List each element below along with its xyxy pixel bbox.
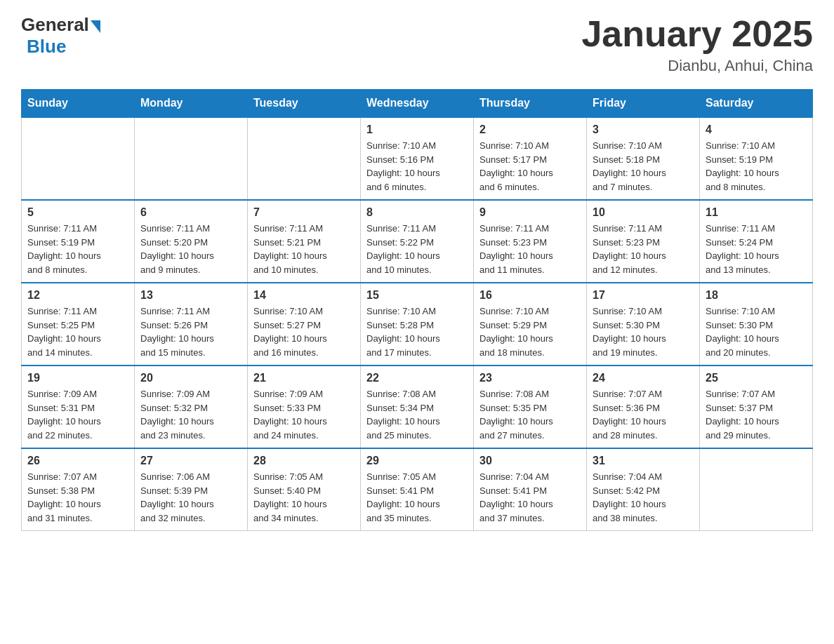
calendar-cell: 31Sunrise: 7:04 AMSunset: 5:42 PMDayligh… (587, 448, 700, 531)
calendar-cell: 26Sunrise: 7:07 AMSunset: 5:38 PMDayligh… (22, 448, 135, 531)
calendar-cell: 21Sunrise: 7:09 AMSunset: 5:33 PMDayligh… (248, 365, 361, 448)
logo: General Blue (21, 14, 100, 58)
day-info: Sunrise: 7:11 AMSunset: 5:25 PMDaylight:… (27, 304, 128, 359)
calendar-cell (248, 117, 361, 200)
day-number: 3 (593, 123, 694, 136)
day-info: Sunrise: 7:09 AMSunset: 5:33 PMDaylight:… (253, 387, 355, 442)
calendar-cell: 24Sunrise: 7:07 AMSunset: 5:36 PMDayligh… (587, 365, 700, 448)
day-number: 17 (593, 289, 694, 302)
day-info: Sunrise: 7:04 AMSunset: 5:41 PMDaylight:… (479, 470, 581, 525)
day-number: 2 (479, 123, 581, 136)
calendar-cell: 23Sunrise: 7:08 AMSunset: 5:35 PMDayligh… (474, 365, 587, 448)
logo-blue-text: Blue (27, 36, 66, 58)
calendar-cell: 27Sunrise: 7:06 AMSunset: 5:39 PMDayligh… (135, 448, 248, 531)
day-info: Sunrise: 7:07 AMSunset: 5:38 PMDaylight:… (27, 470, 128, 525)
calendar-cell: 18Sunrise: 7:10 AMSunset: 5:30 PMDayligh… (700, 283, 813, 365)
day-number: 26 (27, 455, 128, 467)
day-info: Sunrise: 7:06 AMSunset: 5:39 PMDaylight:… (140, 470, 241, 525)
day-number: 25 (706, 372, 807, 384)
calendar-cell: 1Sunrise: 7:10 AMSunset: 5:16 PMDaylight… (361, 117, 474, 200)
day-number: 31 (593, 455, 694, 467)
calendar-cell: 16Sunrise: 7:10 AMSunset: 5:29 PMDayligh… (474, 283, 587, 365)
day-info: Sunrise: 7:11 AMSunset: 5:22 PMDaylight:… (366, 222, 468, 276)
calendar-cell: 4Sunrise: 7:10 AMSunset: 5:19 PMDaylight… (700, 117, 813, 200)
calendar-cell (135, 117, 248, 200)
calendar-cell: 14Sunrise: 7:10 AMSunset: 5:27 PMDayligh… (248, 283, 361, 365)
day-info: Sunrise: 7:09 AMSunset: 5:31 PMDaylight:… (27, 387, 128, 442)
day-info: Sunrise: 7:11 AMSunset: 5:23 PMDaylight:… (593, 222, 694, 276)
calendar-cell: 17Sunrise: 7:10 AMSunset: 5:30 PMDayligh… (587, 283, 700, 365)
day-info: Sunrise: 7:11 AMSunset: 5:19 PMDaylight:… (27, 222, 128, 276)
weekday-header-row: SundayMondayTuesdayWednesdayThursdayFrid… (22, 90, 813, 118)
day-number: 15 (366, 289, 468, 302)
day-number: 22 (366, 372, 468, 384)
day-info: Sunrise: 7:10 AMSunset: 5:28 PMDaylight:… (366, 304, 468, 359)
day-info: Sunrise: 7:11 AMSunset: 5:24 PMDaylight:… (706, 222, 807, 276)
day-number: 7 (253, 206, 355, 219)
day-number: 8 (366, 206, 468, 219)
day-info: Sunrise: 7:11 AMSunset: 5:21 PMDaylight:… (253, 222, 355, 276)
day-info: Sunrise: 7:10 AMSunset: 5:29 PMDaylight:… (479, 304, 581, 359)
weekday-header-saturday: Saturday (700, 90, 813, 118)
calendar-cell (700, 448, 813, 531)
day-info: Sunrise: 7:07 AMSunset: 5:36 PMDaylight:… (593, 387, 694, 442)
week-row-2: 5Sunrise: 7:11 AMSunset: 5:19 PMDaylight… (22, 200, 813, 283)
day-info: Sunrise: 7:07 AMSunset: 5:37 PMDaylight:… (706, 387, 807, 442)
day-info: Sunrise: 7:05 AMSunset: 5:40 PMDaylight:… (253, 470, 355, 525)
calendar-cell: 15Sunrise: 7:10 AMSunset: 5:28 PMDayligh… (361, 283, 474, 365)
calendar-cell: 11Sunrise: 7:11 AMSunset: 5:24 PMDayligh… (700, 200, 813, 283)
calendar-cell: 13Sunrise: 7:11 AMSunset: 5:26 PMDayligh… (135, 283, 248, 365)
calendar-table: SundayMondayTuesdayWednesdayThursdayFrid… (21, 89, 813, 531)
day-number: 19 (27, 372, 128, 384)
calendar-cell: 5Sunrise: 7:11 AMSunset: 5:19 PMDaylight… (22, 200, 135, 283)
day-number: 24 (593, 372, 694, 384)
day-number: 6 (140, 206, 241, 219)
day-info: Sunrise: 7:10 AMSunset: 5:16 PMDaylight:… (366, 139, 468, 194)
day-number: 18 (706, 289, 807, 302)
calendar-cell (22, 117, 135, 200)
day-number: 21 (253, 372, 355, 384)
calendar-cell: 8Sunrise: 7:11 AMSunset: 5:22 PMDaylight… (361, 200, 474, 283)
day-number: 14 (253, 289, 355, 302)
day-number: 20 (140, 372, 241, 384)
day-info: Sunrise: 7:10 AMSunset: 5:17 PMDaylight:… (479, 139, 581, 194)
calendar-cell: 25Sunrise: 7:07 AMSunset: 5:37 PMDayligh… (700, 365, 813, 448)
weekday-header-friday: Friday (587, 90, 700, 118)
day-info: Sunrise: 7:10 AMSunset: 5:27 PMDaylight:… (253, 304, 355, 359)
day-number: 30 (479, 455, 581, 467)
weekday-header-wednesday: Wednesday (361, 90, 474, 118)
logo-general-text: General (21, 14, 89, 36)
page-header: General Blue January 2025 Dianbu, Anhui,… (21, 14, 813, 75)
calendar-cell: 29Sunrise: 7:05 AMSunset: 5:41 PMDayligh… (361, 448, 474, 531)
day-info: Sunrise: 7:11 AMSunset: 5:20 PMDaylight:… (140, 222, 241, 276)
calendar-subtitle: Dianbu, Anhui, China (581, 57, 813, 75)
day-number: 12 (27, 289, 128, 302)
day-info: Sunrise: 7:05 AMSunset: 5:41 PMDaylight:… (366, 470, 468, 525)
day-info: Sunrise: 7:08 AMSunset: 5:35 PMDaylight:… (479, 387, 581, 442)
calendar-header: January 2025 Dianbu, Anhui, China (581, 14, 813, 75)
weekday-header-sunday: Sunday (22, 90, 135, 118)
logo-arrow-icon (91, 20, 100, 33)
day-number: 27 (140, 455, 241, 467)
week-row-5: 26Sunrise: 7:07 AMSunset: 5:38 PMDayligh… (22, 448, 813, 531)
day-info: Sunrise: 7:11 AMSunset: 5:26 PMDaylight:… (140, 304, 241, 359)
day-info: Sunrise: 7:10 AMSunset: 5:30 PMDaylight:… (706, 304, 807, 359)
day-info: Sunrise: 7:08 AMSunset: 5:34 PMDaylight:… (366, 387, 468, 442)
week-row-1: 1Sunrise: 7:10 AMSunset: 5:16 PMDaylight… (22, 117, 813, 200)
calendar-cell: 30Sunrise: 7:04 AMSunset: 5:41 PMDayligh… (474, 448, 587, 531)
day-info: Sunrise: 7:09 AMSunset: 5:32 PMDaylight:… (140, 387, 241, 442)
calendar-cell: 19Sunrise: 7:09 AMSunset: 5:31 PMDayligh… (22, 365, 135, 448)
week-row-3: 12Sunrise: 7:11 AMSunset: 5:25 PMDayligh… (22, 283, 813, 365)
calendar-cell: 28Sunrise: 7:05 AMSunset: 5:40 PMDayligh… (248, 448, 361, 531)
week-row-4: 19Sunrise: 7:09 AMSunset: 5:31 PMDayligh… (22, 365, 813, 448)
weekday-header-tuesday: Tuesday (248, 90, 361, 118)
weekday-header-monday: Monday (135, 90, 248, 118)
day-number: 5 (27, 206, 128, 219)
day-info: Sunrise: 7:04 AMSunset: 5:42 PMDaylight:… (593, 470, 694, 525)
calendar-cell: 20Sunrise: 7:09 AMSunset: 5:32 PMDayligh… (135, 365, 248, 448)
day-number: 16 (479, 289, 581, 302)
calendar-title: January 2025 (581, 14, 813, 54)
day-info: Sunrise: 7:11 AMSunset: 5:23 PMDaylight:… (479, 222, 581, 276)
calendar-cell: 2Sunrise: 7:10 AMSunset: 5:17 PMDaylight… (474, 117, 587, 200)
day-number: 11 (706, 206, 807, 219)
